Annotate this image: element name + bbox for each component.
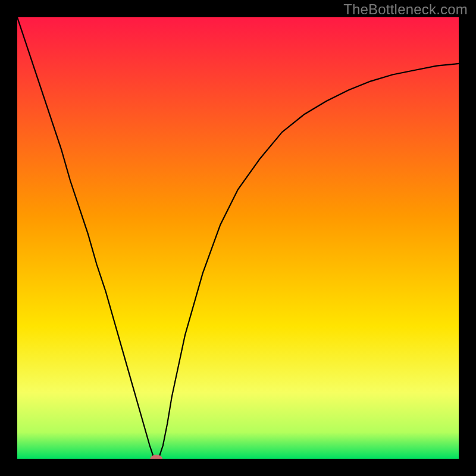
chart-frame: TheBottleneck.com (0, 0, 476, 476)
watermark-text: TheBottleneck.com (343, 1, 468, 18)
plot-area (17, 17, 459, 459)
gradient-background (17, 17, 459, 459)
chart-svg (17, 17, 459, 459)
